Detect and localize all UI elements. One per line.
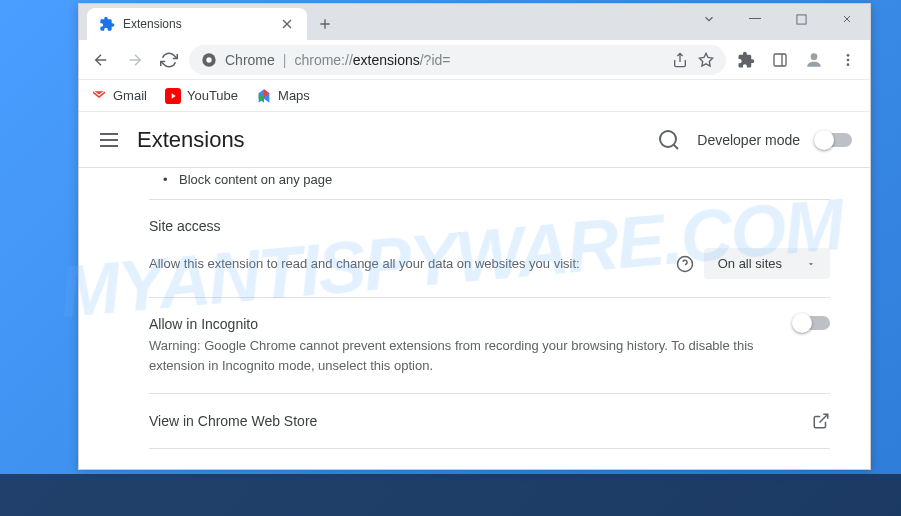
bookmark-label: Maps (278, 88, 310, 103)
omnibox-label: Chrome (225, 52, 275, 68)
bookmarks-bar: Gmail YouTube Maps (79, 80, 870, 112)
back-button[interactable] (87, 46, 115, 74)
reload-button[interactable] (155, 46, 183, 74)
omnibox-url: chrome://extensions/?id= (294, 52, 450, 68)
page-header: Extensions Developer mode (79, 112, 870, 168)
omnibox-divider: | (283, 52, 287, 68)
close-icon[interactable] (279, 16, 295, 32)
view-in-webstore-link[interactable]: View in Chrome Web Store (149, 412, 830, 430)
bookmark-label: Gmail (113, 88, 147, 103)
maps-icon (256, 88, 272, 104)
open-external-icon (812, 412, 830, 430)
source-section: Source (149, 448, 830, 469)
address-bar[interactable]: Chrome | chrome://extensions/?id= (189, 45, 726, 75)
browser-window: Extensions Chrome | chrome://extensions/… (78, 3, 871, 470)
extensions-icon[interactable] (732, 46, 760, 74)
profile-icon[interactable] (800, 46, 828, 74)
page-title: Extensions (137, 127, 245, 153)
menu-icon[interactable] (834, 46, 862, 74)
titlebar: Extensions (79, 4, 870, 40)
search-icon[interactable] (657, 128, 681, 152)
incognito-title: Allow in Incognito (149, 316, 774, 332)
maximize-button[interactable] (778, 4, 824, 34)
svg-rect-0 (749, 18, 761, 19)
bookmark-gmail[interactable]: Gmail (91, 88, 147, 104)
permission-item: Block content on any page (149, 168, 830, 199)
content-body: Block content on any page Site access Al… (79, 168, 870, 469)
dropdown-value: On all sites (718, 256, 782, 271)
incognito-warning: Warning: Google Chrome cannot prevent ex… (149, 336, 774, 375)
new-tab-button[interactable] (311, 10, 339, 38)
incognito-section: Allow in Incognito Warning: Google Chrom… (149, 297, 830, 393)
toolbar: Chrome | chrome://extensions/?id= (79, 40, 870, 80)
star-icon[interactable] (698, 52, 714, 68)
webstore-label: View in Chrome Web Store (149, 413, 317, 429)
windows-taskbar[interactable] (0, 474, 901, 516)
gmail-icon (91, 88, 107, 104)
site-access-text: Allow this extension to read and change … (149, 254, 666, 274)
chevron-down-icon[interactable] (686, 4, 732, 34)
site-access-section: Site access Allow this extension to read… (149, 199, 830, 297)
site-access-dropdown[interactable]: On all sites (704, 248, 830, 279)
bookmark-label: YouTube (187, 88, 238, 103)
svg-rect-1 (796, 14, 805, 23)
hamburger-icon[interactable] (97, 128, 121, 152)
svg-point-6 (811, 53, 818, 60)
close-button[interactable] (824, 4, 870, 34)
minimize-button[interactable] (732, 4, 778, 34)
incognito-toggle[interactable] (794, 316, 830, 330)
svg-point-14 (660, 131, 676, 147)
share-icon[interactable] (672, 52, 688, 68)
section-title: Site access (149, 218, 830, 234)
help-icon[interactable] (676, 255, 694, 273)
webstore-section: View in Chrome Web Store (149, 393, 830, 448)
svg-point-3 (206, 57, 211, 62)
window-controls (686, 4, 870, 40)
bookmark-maps[interactable]: Maps (256, 88, 310, 104)
chevron-down-icon (806, 259, 816, 269)
svg-point-9 (847, 63, 850, 66)
browser-tab[interactable]: Extensions (87, 8, 307, 40)
panel-icon[interactable] (766, 46, 794, 74)
chrome-icon (201, 52, 217, 68)
svg-point-8 (847, 58, 850, 61)
svg-point-7 (847, 54, 850, 57)
svg-rect-4 (774, 54, 786, 66)
youtube-icon (165, 88, 181, 104)
bookmark-youtube[interactable]: YouTube (165, 88, 238, 104)
forward-button[interactable] (121, 46, 149, 74)
svg-line-15 (674, 144, 678, 148)
developer-mode-label: Developer mode (697, 132, 800, 148)
source-title: Source (149, 467, 830, 469)
developer-mode-toggle[interactable] (816, 133, 852, 147)
tab-title: Extensions (123, 17, 271, 31)
extension-icon (99, 16, 115, 32)
